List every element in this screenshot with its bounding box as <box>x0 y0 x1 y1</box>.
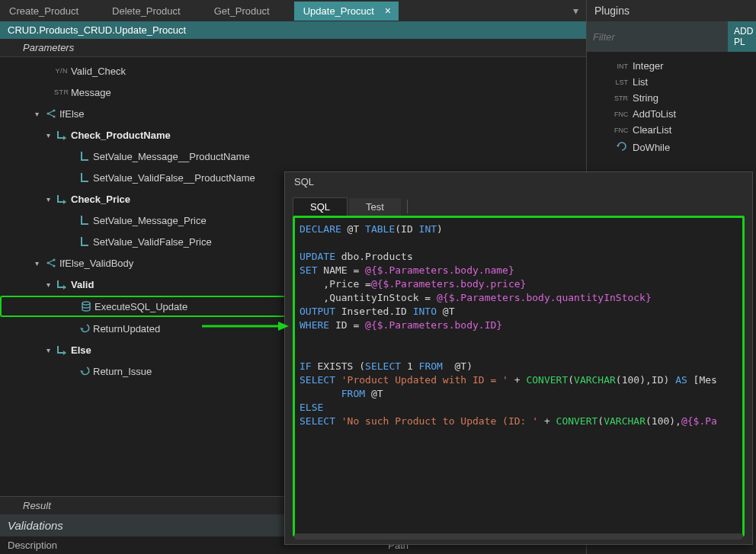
arrow-in-icon <box>54 129 71 141</box>
tree-node-label: IfElse_ValidBody <box>59 258 133 269</box>
plugin-tag: INT <box>614 62 633 70</box>
ifelse-icon <box>43 257 59 269</box>
tree-node-label: ReturnUpdated <box>93 323 160 335</box>
caret-icon[interactable]: ▾ <box>42 280 54 289</box>
divider <box>407 200 408 213</box>
tree-node-label: Check_ProductName <box>71 130 171 141</box>
tree-node-label: Else <box>71 344 91 356</box>
add-plugin-button[interactable]: ADD PL <box>728 21 756 52</box>
plugins-header: Plugins <box>587 0 756 21</box>
plugin-name: String <box>633 92 658 104</box>
tree-node-message[interactable]: STRMessage <box>0 82 586 103</box>
plugin-name: DoWhile <box>633 142 670 153</box>
plugin-tag: FNC <box>614 126 633 134</box>
tree-node-label: Return_Issue <box>93 366 152 377</box>
tree-node-label: SetValue_ValidFalse_Price <box>93 236 212 248</box>
horizontal-scrollbar[interactable] <box>294 533 743 536</box>
tree-node-label: SetValue_Message_Price <box>93 215 207 226</box>
svg-rect-5 <box>81 223 88 225</box>
return-icon <box>76 365 93 377</box>
tree-node-label: Check_Price <box>71 194 130 205</box>
plugin-item-integer[interactable]: INTInteger <box>591 58 751 74</box>
sql-tab-bar: SQL Test <box>285 191 752 216</box>
tab-bar: Create_Product Delete_Product Get_Produc… <box>0 0 586 21</box>
setval-icon <box>76 214 93 226</box>
caret-icon[interactable]: ▾ <box>42 346 54 354</box>
plugin-item-clearlist[interactable]: FNCClearList <box>591 122 751 138</box>
db-icon <box>78 300 94 312</box>
caret-icon[interactable]: ▾ <box>42 131 54 139</box>
tree-node-label: SetValue_Message__ProductName <box>93 151 250 162</box>
plugin-name: List <box>633 76 648 88</box>
close-icon[interactable]: × <box>385 5 391 16</box>
setval-icon <box>76 235 93 248</box>
svg-marker-12 <box>278 322 289 331</box>
parameters-header: Parameters <box>0 39 586 57</box>
ifelse-icon <box>43 107 59 120</box>
plugin-item-dowhile[interactable]: DoWhile <box>591 138 751 157</box>
tree-node-ifelse[interactable]: ▾IfElse <box>0 103 586 124</box>
tree-node-label: Valid <box>71 279 94 290</box>
tree-node-label: SetValue_ValidFalse__ProductName <box>93 172 255 184</box>
tree-node-label: Valid_Check <box>71 66 126 77</box>
svg-rect-3 <box>81 159 88 161</box>
sql-editor[interactable]: DECLARE @T TABLE(ID INT) UPDATE dbo.Prod… <box>293 216 745 536</box>
tab-label: Update_Procuct <box>303 5 374 17</box>
annotation-arrow <box>202 321 290 331</box>
caret-icon[interactable]: ▾ <box>42 195 54 203</box>
setval-icon <box>76 150 93 162</box>
plugins-filter-input[interactable] <box>587 21 728 52</box>
sql-popup: SQL SQL Test DECLARE @T TABLE(ID INT) UP… <box>284 171 753 545</box>
plugin-item-addtolist[interactable]: FNCAddToList <box>591 106 751 122</box>
tree-node-setvalue-message-productname[interactable]: SetValue_Message__ProductName <box>0 146 586 167</box>
svg-point-10 <box>82 302 90 305</box>
tree-node-label: Message <box>71 87 111 98</box>
plugin-tag: STR <box>614 94 633 102</box>
tab-create-product[interactable]: Create_Product <box>0 2 103 21</box>
arrow-in-icon <box>54 278 71 290</box>
tab-overflow-icon[interactable]: ▾ <box>565 5 586 17</box>
type-tag: STR <box>54 88 71 96</box>
tree-node-valid-check[interactable]: Y/NValid_Check <box>0 60 586 82</box>
tree-node-label: IfElse <box>59 108 85 120</box>
caret-icon[interactable]: ▾ <box>30 110 43 118</box>
sql-tab-test[interactable]: Test <box>349 198 401 216</box>
plugins-filter-row: ADD PL <box>587 21 756 52</box>
plugin-item-list[interactable]: LSTList <box>591 74 751 90</box>
sql-popup-title: SQL <box>285 172 752 191</box>
plugin-name: Integer <box>633 60 663 72</box>
return-icon <box>76 322 93 335</box>
breadcrumb: CRUD.Products_CRUD.Update_Procuct <box>0 21 586 39</box>
setval-icon <box>76 171 93 184</box>
tree-node-check-productname[interactable]: ▾Check_ProductName <box>0 124 586 146</box>
svg-rect-6 <box>81 245 88 246</box>
arrow-in-icon <box>54 193 71 205</box>
plugin-tag: LST <box>614 78 633 86</box>
arrow-in-icon <box>54 344 71 356</box>
tab-update-product[interactable]: Update_Procuct × <box>294 2 399 21</box>
loop-icon <box>614 140 633 155</box>
tab-get-product[interactable]: Get_Product <box>205 2 294 21</box>
plugin-name: ClearList <box>633 124 671 136</box>
caret-icon[interactable]: ▾ <box>30 259 43 267</box>
tree-node-label: ExecuteSQL_Update <box>94 301 187 312</box>
plugin-item-string[interactable]: STRString <box>591 90 751 106</box>
type-tag: Y/N <box>54 67 71 75</box>
sql-tab-sql[interactable]: SQL <box>293 197 348 216</box>
tab-delete-product[interactable]: Delete_Product <box>103 2 205 21</box>
plugin-list: INTIntegerLSTListSTRStringFNCAddToListFN… <box>587 52 756 163</box>
plugin-tag: FNC <box>614 110 633 118</box>
plugin-name: AddToList <box>633 108 676 120</box>
svg-rect-4 <box>81 181 88 182</box>
